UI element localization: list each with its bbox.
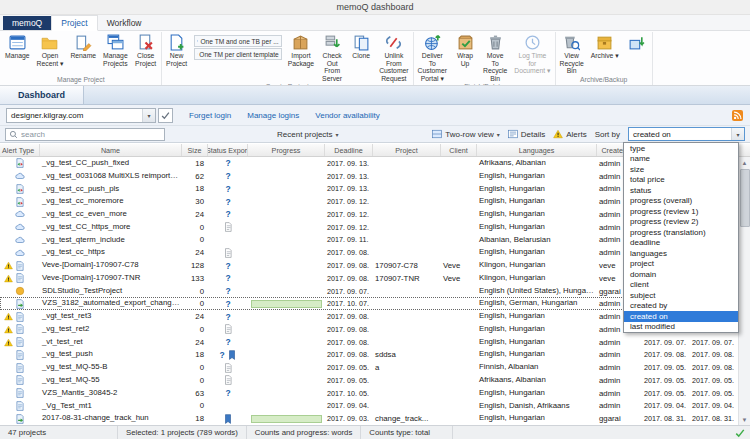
cell-status-export <box>208 221 248 234</box>
sort-option-progress-overall[interactable]: progress (overall) <box>624 196 738 207</box>
table-row[interactable]: 2017-08-31-change_track_hun182017. 09. 0… <box>0 412 750 425</box>
template-option[interactable]: One TM per client template <box>194 48 282 60</box>
import-package-button[interactable]: Import Package <box>285 32 317 67</box>
cell-status-export: ? <box>208 208 248 221</box>
alerts-button[interactable]: Alerts <box>553 129 586 139</box>
sort-option-domain[interactable]: domain <box>624 269 738 280</box>
rss-icon[interactable] <box>732 110 743 121</box>
sort-option-type[interactable]: type <box>624 143 738 154</box>
manage-icon <box>9 34 26 51</box>
sort-option-client[interactable]: client <box>624 280 738 291</box>
tm-option-icon <box>197 50 198 58</box>
sort-option-progress-review-2[interactable]: progress (review 2) <box>624 217 738 228</box>
column-header-size[interactable]: Size <box>182 144 208 156</box>
ribbon-tab-project[interactable]: Project <box>51 15 97 31</box>
scroll-down-icon[interactable]: ▼ <box>739 414 750 425</box>
search-box[interactable] <box>5 128 165 141</box>
tab-dashboard[interactable]: Dashboard <box>0 86 84 104</box>
column-header-progress[interactable]: Progress <box>248 144 325 156</box>
table-row[interactable]: _vg_test_push18?2017. 09. 08.sddsaEnglis… <box>0 348 750 361</box>
ribbon-tabs: memoQProjectWorkflow <box>0 15 750 31</box>
sort-by-dropdown[interactable]: created on ▾ <box>628 127 745 141</box>
check-icon <box>161 111 170 120</box>
cell-size: 63 <box>182 387 208 400</box>
chevron-down-icon[interactable]: ▾ <box>731 128 744 140</box>
sort-option-progress-translation[interactable]: progress (translation) <box>624 227 738 238</box>
recent-projects-dropdown[interactable]: Recent projects ▾ <box>277 130 339 139</box>
sort-option-created-by[interactable]: created by <box>624 301 738 312</box>
scroll-thumb[interactable] <box>740 169 750 227</box>
sort-option-deadline[interactable]: deadline <box>624 238 738 249</box>
cell-created-by: ggarai <box>597 412 642 425</box>
table-row[interactable]: _Vg_Test_mt102017. 09. 04.English, Danis… <box>0 400 750 413</box>
cell-deadline: 2017. 10. 07. <box>325 297 373 310</box>
column-header-project[interactable]: Project <box>373 144 441 156</box>
deliver-to-customer-portal-button[interactable]: Deliver To Customer Portal ▾ <box>415 32 450 82</box>
status-flag-icon <box>223 414 233 424</box>
table-row[interactable]: _vg_test_MQ-5502017. 09. 05.Afrikaans, A… <box>0 374 750 387</box>
cell-size: 0 <box>182 221 208 234</box>
forget-login-link[interactable]: Forget login <box>189 111 231 120</box>
status-segment: Selected: 1 projects (789 words) <box>118 426 247 439</box>
sort-option-size[interactable]: size <box>624 164 738 175</box>
column-header-client[interactable]: Client <box>441 144 477 156</box>
cell-size: 24 <box>182 208 208 221</box>
cell-name: _vg_test_cc_push_pls <box>40 183 182 196</box>
cell-alert-type <box>0 157 40 170</box>
ribbon-tab-memoq[interactable]: memoQ <box>3 16 51 30</box>
scroll-up-icon[interactable]: ▲ <box>739 157 750 168</box>
template-option[interactable]: One TM and one TB per ... <box>194 35 282 47</box>
chevron-down-icon[interactable]: ▾ <box>142 109 155 122</box>
manage-projects-button[interactable]: Manage Projects <box>100 32 131 67</box>
cell-languages: English, Hungarian <box>477 310 597 323</box>
column-header-deadline[interactable]: Deadline <box>325 144 373 156</box>
cell-progress <box>248 272 325 285</box>
column-header-alert-type[interactable]: Alert Type <box>0 144 40 156</box>
manage-logins-link[interactable]: Manage logins <box>247 111 299 120</box>
cell-deadline: 2017. 10. 05. <box>325 387 373 400</box>
column-header-status-export[interactable]: Status Export <box>208 144 248 156</box>
sort-option-created-on[interactable]: created on <box>624 311 738 322</box>
server-selector[interactable]: designer.kilgray.com ▾ <box>6 108 156 123</box>
server-apply-button[interactable] <box>158 108 173 123</box>
table-row[interactable]: _vt_test_ret24?2017. 09. 08.English, Hun… <box>0 336 750 349</box>
rename-button[interactable]: Rename <box>67 32 99 60</box>
project-cloud-icon <box>15 235 25 245</box>
status-question-icon: ? <box>225 286 230 296</box>
sort-option-project[interactable]: project <box>624 259 738 270</box>
sort-option-progress-review-1[interactable]: progress (review 1) <box>624 206 738 217</box>
search-input[interactable] <box>21 130 161 139</box>
check-out-from-server-button[interactable]: Check Out From Server <box>318 32 346 82</box>
sort-option-last-modified[interactable]: last modified <box>624 322 738 333</box>
table-row[interactable]: VZS_Mantis_30845-263?2017. 10. 05.Englis… <box>0 387 750 400</box>
sort-option-name[interactable]: name <box>624 154 738 165</box>
rename-icon <box>75 34 92 51</box>
close-project-button[interactable]: Close Project <box>132 32 160 67</box>
sort-option-status[interactable]: status <box>624 185 738 196</box>
vertical-scrollbar[interactable]: ▲ ▼ <box>738 157 750 425</box>
ribbon-tab-workflow[interactable]: Workflow <box>98 16 151 30</box>
unlink-from-customer-request-button[interactable]: Unlink From Customer Request <box>376 32 411 82</box>
table-row[interactable]: _vg_test_MQ-55-B02017. 09. 05.aFinnish, … <box>0 361 750 374</box>
move-to-recycle-bin-button[interactable]: Move To Recycle Bin <box>480 32 510 82</box>
column-header-name[interactable]: Name <box>40 144 182 156</box>
sort-option-subject[interactable]: subject <box>624 290 738 301</box>
open-recent-button[interactable]: Open Recent ▾ <box>34 32 67 67</box>
cell-size: 24 <box>182 310 208 323</box>
wrap-up-button[interactable]: Wrap Up <box>451 32 479 67</box>
column-header-languages[interactable]: Languages <box>477 144 597 156</box>
back-up-button[interactable] <box>623 32 651 52</box>
clone-button[interactable]: Clone <box>347 32 375 60</box>
two-row-view-button[interactable]: Two-row view ▾ <box>432 129 499 139</box>
cell-created-on: 2017. 09. 04. <box>642 400 690 413</box>
status-segment: Counts and progress: words <box>247 426 362 439</box>
project-doc-icon <box>15 337 25 347</box>
details-button[interactable]: Details <box>508 129 545 139</box>
new-project-button[interactable]: New Project <box>163 32 191 67</box>
sort-option-total-price[interactable]: total price <box>624 175 738 186</box>
view-recycle-bin-button[interactable]: View Recycle Bin <box>557 32 587 75</box>
archive-button[interactable]: Archive ▾ <box>588 32 622 60</box>
vendor-availability-link[interactable]: Vendor availability <box>315 111 379 120</box>
sort-option-languages[interactable]: languages <box>624 248 738 259</box>
manage-button[interactable]: Manage <box>2 32 33 60</box>
